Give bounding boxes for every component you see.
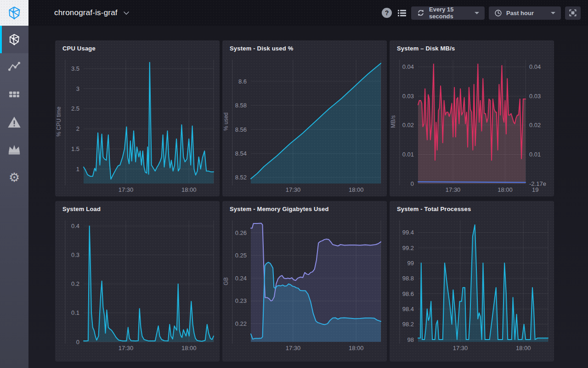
dashboards-icon: [8, 89, 20, 100]
chart-svg: 8.528.548.568.588.617:3018:00% used: [222, 40, 387, 196]
svg-text:MB/s: MB/s: [390, 115, 396, 128]
svg-text:2.5: 2.5: [71, 105, 79, 112]
svg-text:18:00: 18:00: [181, 186, 197, 193]
svg-text:0.02: 0.02: [402, 122, 414, 128]
caret-down-icon: [551, 12, 555, 14]
svg-text:18:00: 18:00: [181, 345, 197, 351]
sidebar-item-host-list[interactable]: [0, 26, 28, 53]
chart-svg: 00.010.020.030.0417:3018:000.040.030.020…: [390, 40, 554, 196]
svg-text:8.54: 8.54: [235, 150, 247, 157]
presentation-mode-button[interactable]: [565, 6, 581, 20]
svg-text:% CPU time: % CPU time: [56, 106, 62, 137]
svg-text:98.4: 98.4: [402, 306, 414, 312]
svg-text:8.52: 8.52: [235, 174, 247, 181]
chronograf-host-icon: [8, 33, 21, 46]
sidebar-item-admin[interactable]: [0, 136, 28, 163]
panel-disk-used-pct[interactable]: System - Disk used % 8.528.548.568.588.6…: [222, 40, 387, 196]
panel-title: System - Total Processes: [397, 206, 471, 212]
alert-triangle-icon: [7, 116, 21, 128]
svg-text:0.01: 0.01: [402, 151, 414, 158]
chart-total-processes: 9898.298.498.698.89999.299.417:3018:00: [390, 201, 554, 362]
svg-text:0.3: 0.3: [71, 251, 79, 258]
panel-cpu-usage[interactable]: CPU Usage 11.522.533.517:3018:00% CPU ti…: [55, 40, 220, 196]
svg-text:18:00: 18:00: [498, 186, 513, 193]
svg-text:17:30: 17:30: [453, 345, 468, 351]
dashboard-title-dropdown[interactable]: chronograf-is-graf: [54, 0, 130, 26]
svg-text:0.01: 0.01: [529, 151, 541, 158]
panel-title: System - Disk used %: [230, 45, 293, 52]
timerange-dropdown[interactable]: Past hour: [489, 6, 561, 20]
panel-disk-mbs[interactable]: System – Disk MB/s 00.010.020.030.0417:3…: [390, 40, 554, 196]
top-nav-bar: chronograf-is-graf ?: [0, 0, 588, 26]
svg-text:GB: GB: [223, 277, 229, 285]
fullscreen-icon: [568, 8, 577, 17]
timerange-value: Past hour: [506, 10, 545, 17]
svg-text:99.4: 99.4: [402, 229, 414, 236]
chart-disk-mbs: 00.010.020.030.0417:3018:000.040.030.020…: [390, 40, 554, 196]
svg-text:0.04: 0.04: [402, 63, 414, 70]
svg-text:17:30: 17:30: [286, 186, 301, 193]
svg-text:0.22: 0.22: [235, 320, 247, 327]
chronograf-logo-icon: [7, 6, 22, 20]
panel-total-processes[interactable]: System - Total Processes 9898.298.498.69…: [390, 201, 554, 362]
refresh-icon: [417, 9, 425, 17]
svg-text:17:30: 17:30: [286, 345, 301, 351]
chart-cpu-usage: 11.522.533.517:3018:00% CPU time: [55, 40, 220, 196]
sidebar-item-data-explorer[interactable]: [0, 53, 28, 81]
panel-memory-used[interactable]: System - Memory Gigabytes Used 0.220.230…: [222, 201, 387, 362]
clock-icon: [494, 9, 502, 17]
panel-title: System Load: [62, 206, 101, 212]
svg-text:3: 3: [76, 85, 79, 92]
svg-text:0.2: 0.2: [71, 280, 79, 287]
svg-text:0.25: 0.25: [235, 252, 247, 259]
chart-svg: 00.10.20.30.417:3018:00: [55, 201, 220, 362]
svg-text:0.26: 0.26: [235, 229, 247, 236]
svg-text:0.04: 0.04: [529, 63, 541, 70]
svg-text:98.2: 98.2: [402, 321, 414, 328]
svg-text:98.6: 98.6: [402, 290, 414, 297]
svg-text:99: 99: [407, 260, 414, 267]
svg-text:8.6: 8.6: [238, 78, 247, 85]
chart-disk-used-pct: 8.528.548.568.588.617:3018:00% used: [222, 40, 387, 196]
panel-title: System - Memory Gigabytes Used: [230, 206, 329, 212]
help-button[interactable]: ?: [382, 8, 392, 18]
svg-text:8.56: 8.56: [235, 126, 247, 133]
svg-text:0.03: 0.03: [529, 93, 541, 100]
autorefresh-value: Every 15 seconds: [429, 6, 469, 20]
chart-memory-used: 0.220.230.240.250.2617:3018:00GB: [222, 201, 387, 362]
nav-sidebar: ⚙: [0, 26, 28, 368]
svg-text:% used: % used: [223, 112, 229, 131]
chronograf-logo[interactable]: [0, 0, 28, 26]
svg-text:17:30: 17:30: [119, 186, 134, 193]
settings-gear-icon: ⚙: [9, 171, 20, 184]
annotations-button[interactable]: [397, 9, 407, 17]
svg-text:18:00: 18:00: [349, 186, 364, 193]
list-icon: [397, 9, 407, 17]
svg-text:1.5: 1.5: [71, 145, 79, 152]
svg-text:0: 0: [411, 180, 414, 187]
svg-text:17:30: 17:30: [119, 345, 134, 351]
svg-text:1: 1: [76, 166, 79, 173]
sidebar-item-alerts[interactable]: [0, 108, 28, 136]
sidebar-item-settings[interactable]: ⚙: [0, 163, 28, 191]
chart-svg: 11.522.533.517:3018:00% CPU time: [55, 40, 220, 196]
admin-crown-icon: [8, 144, 21, 155]
svg-text:98.8: 98.8: [402, 275, 414, 282]
svg-text:2: 2: [76, 125, 79, 132]
svg-text:3.5: 3.5: [71, 65, 79, 72]
svg-text:0.03: 0.03: [402, 93, 414, 100]
sidebar-item-dashboards[interactable]: [0, 81, 28, 108]
svg-text:0.02: 0.02: [529, 122, 541, 128]
chevron-down-icon: [123, 11, 130, 15]
data-explorer-icon: [8, 61, 21, 73]
page-title: chronograf-is-graf: [54, 8, 118, 17]
autorefresh-dropdown[interactable]: Every 15 seconds: [411, 6, 485, 20]
panel-system-load[interactable]: System Load 00.10.20.30.417:3018:00: [55, 201, 220, 362]
svg-text:8.58: 8.58: [235, 102, 247, 109]
svg-text:18:00: 18:00: [349, 345, 364, 351]
dashboard-grid: CPU Usage 11.522.533.517:3018:00% CPU ti…: [28, 26, 588, 368]
panel-title: System – Disk MB/s: [397, 45, 455, 52]
question-mark-icon: ?: [385, 9, 389, 17]
svg-text:98: 98: [407, 336, 414, 343]
svg-text:0.4: 0.4: [71, 223, 79, 229]
